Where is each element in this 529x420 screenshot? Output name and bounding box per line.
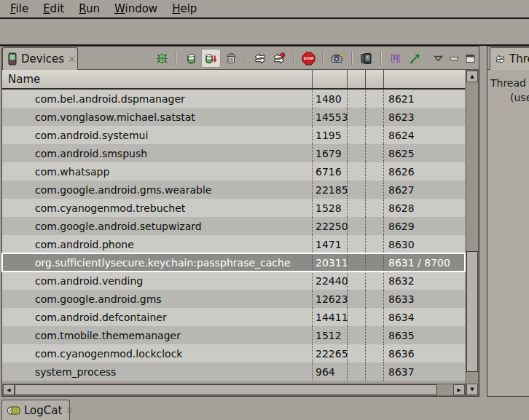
- cell-c3: [348, 90, 366, 108]
- menu-run[interactable]: Run: [71, 1, 107, 17]
- table-row[interactable]: com.android.systemui11958624: [2, 126, 465, 144]
- cell-c3: [348, 144, 366, 162]
- table-row[interactable]: com.whatsapp67168626: [2, 162, 465, 181]
- cell-name: com.cyanogenmod.trebuchet: [2, 199, 313, 217]
- method-profiling-arrow-icon[interactable]: [406, 49, 423, 68]
- cell-pid: 6716: [313, 162, 348, 181]
- cell-pid: 1480: [313, 90, 348, 108]
- cell-name: com.android.defcontainer: [2, 308, 313, 326]
- devices-view: Devices ✕: [1, 46, 479, 397]
- scroll-left-button[interactable]: ◀: [3, 384, 15, 395]
- threads-message-line1: Thread updates not enabled for selected …: [490, 77, 529, 89]
- update-threads-icon[interactable]: [251, 49, 269, 68]
- horizontal-scrollbar[interactable]: ◀ ▶: [2, 384, 466, 396]
- cell-c3: [348, 362, 366, 381]
- cell-pid: 22265: [313, 344, 348, 362]
- devices-toolbar: STOP: [153, 48, 477, 68]
- cell-c3: [348, 126, 366, 144]
- vertical-scrollbar-thumb[interactable]: [466, 251, 478, 372]
- horizontal-scrollbar-thumb[interactable]: [15, 384, 437, 395]
- cell-port: 8634: [384, 308, 465, 326]
- column-header-name[interactable]: Name: [2, 70, 313, 88]
- dump-hprof-icon[interactable]: [201, 49, 221, 68]
- table-row[interactable]: com.google.android.setupwizard222508629: [2, 217, 465, 235]
- stop-process-icon[interactable]: STOP: [299, 49, 317, 68]
- cell-name: com.android.vending: [2, 272, 313, 290]
- table-row[interactable]: com.android.vending224408632: [2, 272, 465, 290]
- menu-edit[interactable]: Edit: [36, 1, 71, 17]
- table-row[interactable]: com.android.defcontainer144118634: [2, 308, 465, 326]
- vertical-scrollbar[interactable]: ▲ ▼: [466, 70, 479, 396]
- cell-pid: 964: [313, 362, 348, 381]
- cause-gc-icon[interactable]: [222, 49, 240, 68]
- scroll-up-button[interactable]: ▲: [466, 71, 478, 82]
- table-row[interactable]: com.google.android.gms126238633: [2, 290, 465, 308]
- cell-name: com.android.systemui: [2, 126, 313, 144]
- cell-c4: [366, 344, 384, 362]
- menu-bar: File Edit Run Window Help: [0, 0, 529, 19]
- close-icon[interactable]: ✕: [66, 405, 74, 415]
- cell-name: com.android.smspush: [2, 144, 313, 162]
- cell-c3: [348, 162, 366, 181]
- scroll-right-button[interactable]: ▶: [453, 384, 465, 395]
- tab-logcat[interactable]: LogCat ✕: [1, 400, 70, 420]
- scroll-down-icon: ▼: [470, 387, 474, 392]
- cell-c3: [348, 217, 366, 235]
- tab-threads[interactable]: Threads: [490, 47, 529, 70]
- cell-name: system_process: [2, 362, 313, 381]
- cell-c3: [348, 326, 366, 344]
- screen-capture-icon[interactable]: [329, 49, 346, 68]
- cell-c4: [366, 326, 384, 344]
- update-threads-alert-icon[interactable]: [270, 49, 288, 68]
- column-header-port[interactable]: [384, 70, 465, 88]
- table-row[interactable]: com.android.smspush16798625: [2, 144, 465, 162]
- cell-port: 8626: [384, 162, 465, 181]
- menu-file[interactable]: File: [3, 1, 36, 17]
- menu-file-rest: ile: [16, 2, 29, 15]
- devices-tabbar: Devices ✕: [2, 47, 479, 70]
- cell-c4: [366, 162, 384, 181]
- table-row[interactable]: com.cyanogenmod.trebuchet15288628: [2, 199, 465, 217]
- debug-icon[interactable]: [153, 49, 171, 68]
- cell-name: com.google.android.gms: [2, 290, 313, 308]
- cell-port: 8636: [384, 344, 465, 362]
- cell-pid: 1512: [313, 326, 348, 344]
- device-views-icon[interactable]: [358, 49, 375, 68]
- column-header-pid[interactable]: [313, 70, 348, 88]
- close-icon[interactable]: ✕: [68, 55, 76, 64]
- tab-devices[interactable]: Devices ✕: [2, 47, 78, 70]
- table-row[interactable]: com.bel.android.dspmanager14808621: [2, 90, 465, 108]
- view-menu-icon[interactable]: [431, 49, 445, 68]
- update-heap-icon[interactable]: [182, 49, 200, 68]
- column-header-3[interactable]: [348, 70, 366, 88]
- table-row[interactable]: com.tmobile.thememanager15128635: [2, 326, 465, 344]
- table-row[interactable]: com.vonglasow.michael.satstat145538623: [2, 108, 465, 126]
- stop-label: STOP: [303, 57, 313, 60]
- column-header-4[interactable]: [366, 70, 384, 88]
- process-table: com.bel.android.dspmanager14808621com.vo…: [2, 90, 465, 381]
- table-row[interactable]: org.sufficientlysecure.keychain:passphra…: [2, 253, 465, 272]
- menu-window[interactable]: Window: [107, 1, 165, 17]
- method-profiling-bars-icon[interactable]: [387, 49, 404, 68]
- cell-pid: 22440: [313, 272, 348, 290]
- cell-name: org.sufficientlysecure.keychain:passphra…: [2, 253, 313, 272]
- menu-help[interactable]: Help: [165, 1, 204, 17]
- scroll-down-button[interactable]: ▼: [466, 384, 478, 395]
- cell-name: com.google.android.setupwizard: [2, 217, 313, 235]
- menu-window-mnemonic: W: [114, 2, 125, 15]
- threads-icon: [495, 54, 506, 65]
- table-row[interactable]: com.google.android.gms.wearable221858627: [2, 181, 465, 199]
- tab-threads-label: Threads: [509, 52, 529, 66]
- table-row[interactable]: system_process9648637: [2, 362, 465, 381]
- scroll-left-icon: ◀: [7, 387, 10, 393]
- toolbar-separator: [380, 52, 382, 65]
- table-row[interactable]: com.android.phone14718630: [2, 235, 465, 253]
- logcat-icon: [7, 405, 20, 416]
- table-row[interactable]: com.cyanogenmod.lockclock222658636: [2, 344, 465, 362]
- cell-name: com.cyanogenmod.lockclock: [2, 344, 313, 362]
- minimize-icon[interactable]: [447, 49, 461, 68]
- threads-message-line2: (use toolbar button to enable): [510, 90, 529, 105]
- cell-pid: 1195: [313, 126, 348, 144]
- maximize-icon[interactable]: [463, 49, 477, 68]
- cell-c4: [366, 90, 384, 108]
